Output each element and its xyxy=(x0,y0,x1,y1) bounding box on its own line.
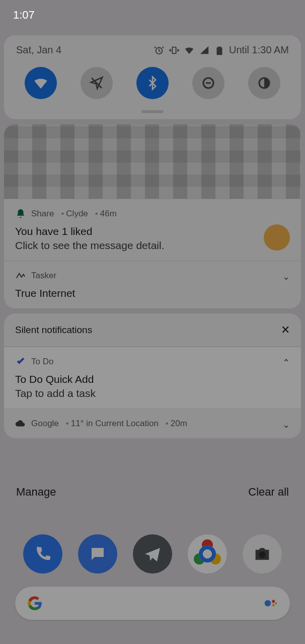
weather-text: 11° in Current Location xyxy=(64,419,159,429)
qs-data-toggle[interactable] xyxy=(81,67,113,99)
notif-age: 46m xyxy=(93,209,117,219)
notif-body: Click to see the message detail. xyxy=(15,239,290,252)
assistant-icon[interactable] xyxy=(263,596,278,611)
notif-title: To Do Quick Add xyxy=(15,373,290,385)
notif-app: Google xyxy=(31,419,59,429)
status-clock: 1:07 xyxy=(13,9,35,22)
notification-todo[interactable]: To Do ⌃ To Do Quick Add Tap to add a tas… xyxy=(4,347,301,409)
chevron-up-icon[interactable]: ⌃ xyxy=(282,357,290,368)
chevron-down-icon[interactable]: ⌄ xyxy=(282,419,290,430)
signal-icon xyxy=(199,45,210,56)
notification-share[interactable]: Share Clyde 46m You have 1 liked Click t… xyxy=(4,199,301,261)
notif-app: To Do xyxy=(31,357,53,367)
svg-point-2 xyxy=(272,600,275,603)
vibrate-icon xyxy=(169,45,180,56)
quick-settings-panel: Sat, Jan 4 Until 1:30 AM xyxy=(4,35,301,119)
qs-bluetooth-toggle[interactable] xyxy=(136,67,169,99)
svg-point-4 xyxy=(275,602,277,604)
cloud-icon xyxy=(15,418,26,429)
battery-icon xyxy=(214,45,225,56)
close-icon[interactable]: ✕ xyxy=(281,324,290,337)
notification-weather[interactable]: Google 11° in Current Location 20m ⌄ xyxy=(4,409,301,438)
notif-sub: Clyde xyxy=(59,209,88,219)
notif-age: 20m xyxy=(164,419,187,429)
notif-app: Tasker xyxy=(31,271,56,281)
notification-redacted[interactable] xyxy=(4,124,301,199)
shade-footer: Manage Clear all xyxy=(0,486,305,499)
app-icon-messages[interactable] xyxy=(78,534,117,574)
qs-wifi-toggle[interactable] xyxy=(25,67,57,99)
app-icon-camera[interactable] xyxy=(243,534,282,574)
silent-notifications-card: Silent notifications ✕ To Do ⌃ To Do Qui… xyxy=(4,313,301,438)
svg-point-1 xyxy=(265,600,271,607)
bell-icon xyxy=(15,208,26,219)
qs-dnd-toggle[interactable] xyxy=(192,67,224,99)
notif-title: You have 1 liked xyxy=(15,225,290,237)
notif-title: True Internet xyxy=(15,287,290,299)
wifi-status-icon xyxy=(184,45,195,56)
svg-point-0 xyxy=(259,551,266,558)
notif-body: Tap to add a task xyxy=(15,387,290,399)
google-search-bar[interactable] xyxy=(15,587,290,620)
svg-rect-6 xyxy=(172,47,176,53)
status-bar: 1:07 xyxy=(0,0,305,30)
svg-point-3 xyxy=(272,604,275,606)
app-icon-phone[interactable] xyxy=(23,534,62,574)
notification-tasker[interactable]: Tasker ⌄ True Internet xyxy=(4,261,301,308)
todo-icon xyxy=(15,356,26,367)
silent-header-label: Silent notifications xyxy=(15,325,92,336)
qs-expand-handle[interactable] xyxy=(141,110,164,113)
notif-avatar xyxy=(264,224,290,251)
alarm-icon xyxy=(154,45,165,56)
app-icon-chrome[interactable] xyxy=(188,534,227,574)
notifications-card: Share Clyde 46m You have 1 liked Click t… xyxy=(4,124,301,308)
manage-button[interactable]: Manage xyxy=(16,486,56,499)
dock xyxy=(0,534,305,574)
battery-until-label: Until 1:30 AM xyxy=(229,44,289,56)
qs-contrast-toggle[interactable] xyxy=(248,67,280,99)
qs-date: Sat, Jan 4 xyxy=(16,44,61,56)
chevron-down-icon[interactable]: ⌄ xyxy=(282,271,290,282)
google-g-icon xyxy=(27,596,42,611)
notification-shade[interactable]: Sat, Jan 4 Until 1:30 AM Share xyxy=(4,35,301,443)
qs-status-icons: Until 1:30 AM xyxy=(154,44,289,56)
svg-rect-7 xyxy=(217,49,221,54)
clear-all-button[interactable]: Clear all xyxy=(248,486,289,499)
tasker-icon xyxy=(15,270,26,281)
notif-app: Share xyxy=(31,209,54,219)
app-icon-telegram[interactable] xyxy=(133,534,172,574)
